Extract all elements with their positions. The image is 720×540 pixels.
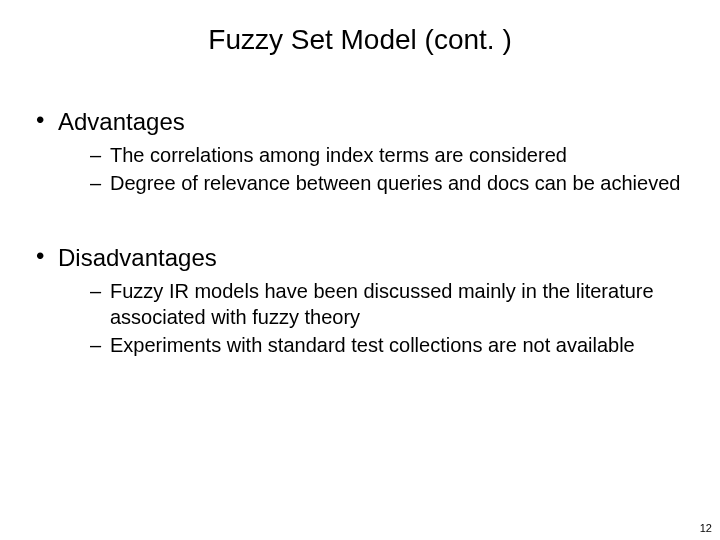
sub-list: Fuzzy IR models have been discussed main… [58, 278, 690, 358]
list-item: The correlations among index terms are c… [58, 142, 690, 168]
list-item: Experiments with standard test collectio… [58, 332, 690, 358]
section-heading: Disadvantages [58, 244, 217, 271]
slide: Fuzzy Set Model (cont. ) Advantages The … [0, 0, 720, 540]
section-advantages: Advantages The correlations among index … [30, 108, 690, 196]
list-item: Degree of relevance between queries and … [58, 170, 690, 196]
section-heading: Advantages [58, 108, 185, 135]
sub-list: The correlations among index terms are c… [58, 142, 690, 196]
bullet-list: Advantages The correlations among index … [30, 108, 690, 358]
page-number: 12 [700, 522, 712, 534]
list-item: Fuzzy IR models have been discussed main… [58, 278, 690, 330]
section-disadvantages: Disadvantages Fuzzy IR models have been … [30, 244, 690, 358]
slide-content: Advantages The correlations among index … [0, 64, 720, 358]
slide-title: Fuzzy Set Model (cont. ) [0, 0, 720, 64]
